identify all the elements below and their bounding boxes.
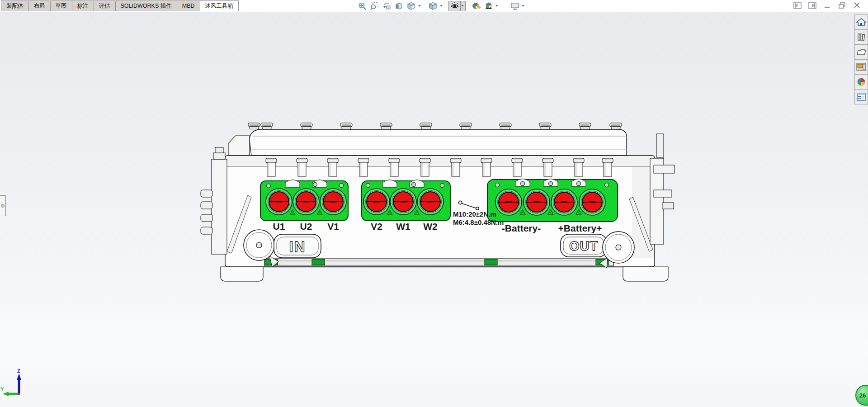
restore-button[interactable]	[837, 1, 848, 10]
display-style-button[interactable]	[448, 1, 461, 11]
view-palette-button[interactable]	[854, 59, 868, 75]
appearances-sphere-icon	[857, 77, 866, 86]
view-settings-button[interactable]	[509, 1, 521, 11]
port-battery-neg[interactable]	[495, 189, 522, 215]
task-pane	[854, 14, 868, 104]
view-settings-dropdown[interactable]	[521, 1, 526, 11]
triad-z-label: Z	[17, 368, 20, 374]
restore-icon	[838, 2, 846, 9]
section-view-icon	[395, 2, 403, 10]
dynamic-annotation-views-icon	[407, 2, 415, 10]
pane-knob-icon	[1, 204, 5, 208]
application-window: U1 U2 V1 V2 W1 W2 -Battery- +Battery+	[0, 0, 868, 407]
custom-properties-button[interactable]	[854, 89, 868, 104]
3d-model[interactable]: U1 U2 V1 V2 W1 W2 -Battery- +Battery+	[0, 12, 868, 407]
custom-properties-icon	[857, 93, 866, 101]
dynamic-annotation-views-button[interactable]	[405, 1, 417, 11]
port-w2[interactable]	[417, 189, 443, 215]
minimize-button[interactable]	[822, 1, 833, 10]
label-u2: U2	[300, 221, 312, 232]
label-v1: V1	[327, 221, 339, 232]
collapse-left-pane-button[interactable]	[792, 1, 803, 10]
bottom-rail[interactable]	[264, 259, 613, 266]
previous-view-button[interactable]	[381, 1, 393, 11]
zoom-to-fit-button[interactable]	[356, 1, 368, 11]
tab-solidworks-addins[interactable]: SOLIDWORKS 插件	[115, 0, 177, 11]
display-style-eye-icon	[450, 2, 459, 10]
heads-up-view-toolbar	[356, 0, 526, 11]
section-view-button[interactable]	[393, 1, 405, 11]
connector-plate-battery[interactable]	[487, 179, 618, 222]
port-battery-pos[interactable]	[551, 189, 577, 215]
orientation-triad: Z Y	[0, 368, 32, 404]
minimize-icon	[824, 2, 831, 9]
housing-lid[interactable]	[229, 129, 627, 156]
port-battery-pos2[interactable]	[579, 189, 605, 215]
design-library-button[interactable]	[854, 29, 868, 45]
label-w1: W1	[396, 221, 410, 232]
view-orientation-dropdown[interactable]	[439, 1, 444, 11]
collapse-left-icon	[793, 2, 802, 9]
books-icon	[857, 33, 866, 42]
file-explorer-button[interactable]	[854, 44, 868, 60]
connector-plate-uv[interactable]	[260, 180, 348, 221]
feature-manager-collapsed-tab[interactable]	[0, 195, 6, 216]
view-palette-icon	[856, 62, 866, 71]
view-orientation-icon	[429, 2, 437, 10]
port-v2[interactable]	[363, 189, 390, 215]
apply-scene-icon	[484, 2, 493, 10]
close-icon	[854, 2, 861, 9]
zoom-to-area-icon	[370, 2, 379, 10]
label-w2: W2	[423, 221, 438, 232]
ribbon-tabs: 装配体 布局 草图 标注 评估 SOLIDWORKS 插件 MBD 沐风工具箱	[1, 0, 238, 12]
tab-evaluate[interactable]: 评估	[94, 0, 116, 11]
label-battery-neg: -Battery-	[502, 223, 541, 233]
tab-assembly[interactable]: 装配体	[1, 0, 29, 11]
zoom-to-area-button[interactable]	[368, 1, 381, 11]
command-manager-bar: 装配体 布局 草图 标注 评估 SOLIDWORKS 插件 MBD 沐风工具箱	[0, 0, 868, 12]
view-orientation-button[interactable]	[427, 1, 439, 11]
connector-plate-vw[interactable]	[362, 180, 450, 221]
label-in: IN	[289, 238, 306, 255]
appearances-scenes-button[interactable]	[854, 74, 868, 90]
mounting-feet[interactable]	[221, 267, 668, 281]
home-icon	[856, 18, 866, 27]
graphics-area[interactable]: U1 U2 V1 V2 W1 W2 -Battery- +Battery+	[0, 12, 868, 407]
apply-scene-button[interactable]	[482, 1, 495, 11]
zoom-to-fit-icon	[358, 2, 367, 10]
tab-mbd[interactable]: MBD	[177, 0, 200, 11]
apply-scene-dropdown[interactable]	[495, 1, 500, 11]
tab-annotation[interactable]: 标注	[72, 0, 94, 11]
previous-view-icon	[382, 2, 391, 10]
folder-icon	[856, 48, 866, 56]
tab-layout[interactable]: 布局	[28, 0, 51, 11]
dynamic-annotation-views-dropdown[interactable]	[417, 1, 422, 11]
port-u1[interactable]	[266, 189, 292, 215]
label-u1: U1	[273, 221, 285, 232]
inverter-housing[interactable]: U1 U2 V1 V2 W1 W2 -Battery- +Battery+	[201, 123, 675, 281]
port-u2[interactable]	[293, 189, 319, 215]
left-mounting-bracket[interactable]	[201, 147, 227, 254]
display-style-dropdown[interactable]	[461, 1, 466, 11]
tab-mufeng-toolbox[interactable]: 沐风工具箱	[200, 0, 239, 11]
port-battery-neg2[interactable]	[524, 189, 550, 215]
collapse-right-pane-button[interactable]	[807, 1, 818, 10]
torque-note-m6: M6:4.8±0.48N.m	[453, 218, 504, 226]
edit-appearance-icon	[472, 2, 481, 10]
torque-note-m10: M10:20±2N.m	[453, 210, 496, 218]
port-v1[interactable]	[320, 189, 346, 215]
triad-y-label: Y	[0, 386, 4, 392]
close-button[interactable]	[852, 1, 863, 10]
lid-bolts[interactable]	[248, 123, 622, 129]
edit-appearance-button[interactable]	[470, 1, 482, 11]
label-battery-pos: +Battery+	[558, 223, 602, 233]
label-v2: V2	[371, 221, 382, 232]
tab-sketch[interactable]: 草图	[50, 0, 72, 11]
collapse-right-icon	[808, 2, 816, 9]
solidworks-resources-button[interactable]	[854, 14, 868, 30]
window-controls	[792, 1, 863, 10]
notification-count: 26	[859, 392, 866, 399]
port-w1[interactable]	[390, 189, 416, 215]
view-settings-monitor-icon	[510, 2, 519, 10]
right-mounting-bracket[interactable]	[650, 134, 675, 244]
